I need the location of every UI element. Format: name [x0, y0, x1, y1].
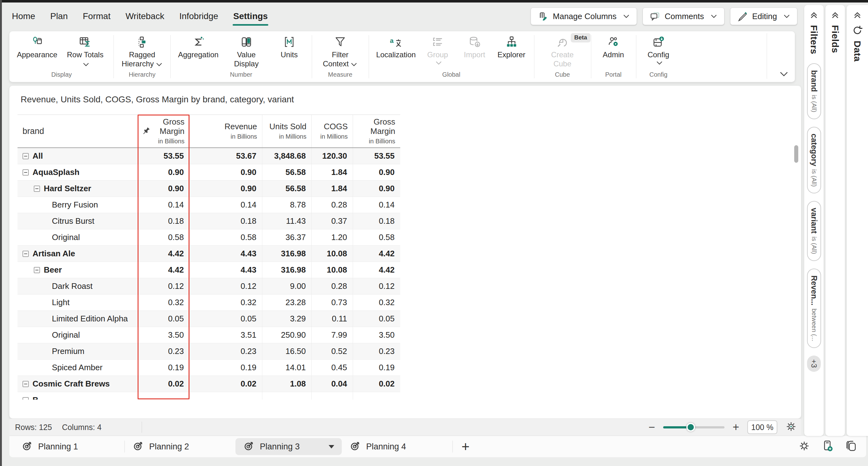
column-header-units-sold[interactable]: Units Soldin Millions — [262, 115, 311, 147]
target-icon — [350, 440, 361, 454]
filter-chip-variant[interactable]: variantis (All) — [807, 201, 821, 261]
sheet-tab-planning-4[interactable]: Planning 4 — [342, 436, 453, 457]
copy-pages-icon[interactable] — [845, 440, 857, 453]
zoom-slider-thumb[interactable] — [686, 423, 695, 432]
table-row: Beer4.424.43316.9810.084.42 — [18, 262, 400, 278]
add-page-icon[interactable] — [822, 440, 834, 453]
ribbon-collapse-button[interactable] — [779, 71, 789, 79]
value-cell: 0.02 — [353, 376, 400, 392]
value-cell: 250.90 — [262, 327, 311, 343]
collapse-fields-icon[interactable] — [831, 10, 840, 21]
value-cell: 0.45 — [311, 359, 353, 376]
filters-panel[interactable]: Filters brandis (All)categoryis (All)var… — [804, 5, 824, 436]
table-settings-gear-icon[interactable] — [785, 421, 797, 433]
vertical-scrollbar-thumb[interactable] — [794, 145, 798, 163]
ribbon-button-label: Ragged Hierarchy — [121, 50, 163, 68]
refresh-data-icon[interactable] — [852, 25, 863, 37]
collapse-filters-icon[interactable] — [809, 10, 818, 21]
row-label-cell: Beer — [18, 262, 137, 278]
data-panel-label[interactable]: Data — [852, 41, 863, 62]
pin-icon[interactable] — [141, 126, 151, 137]
value-cell: 23.28 — [262, 294, 311, 311]
target-icon — [133, 440, 144, 454]
collapse-toggle-icon[interactable] — [23, 381, 29, 387]
ribbon-button-config[interactable]: Config — [641, 34, 676, 65]
collapse-toggle-icon[interactable] — [34, 185, 40, 192]
filter-chip-brand[interactable]: brandis (All) — [807, 63, 821, 119]
chevron-down-icon[interactable] — [329, 445, 334, 448]
menu-item-infobridge[interactable]: Infobridge — [179, 11, 218, 21]
collapse-data-icon[interactable] — [853, 10, 862, 21]
table-row: Artisan Ale4.424.43316.9810.084.42 — [18, 246, 400, 262]
ribbon-button-localization[interactable]: aLocalization — [374, 34, 418, 59]
ribbon-button-admin[interactable]: Admin — [596, 34, 631, 59]
column-header-gross-margin-pinned[interactable]: Gross Marginin Billions — [137, 115, 189, 147]
collapse-toggle-icon[interactable] — [23, 169, 29, 176]
button-comments[interactable]: Comments — [643, 7, 724, 25]
column-header-cogs[interactable]: COGSin Millions — [311, 115, 353, 147]
gear-icon[interactable] — [799, 440, 810, 453]
ribbon-button-group: Group — [420, 34, 455, 65]
column-header-revenue[interactable]: Revenuein Billions — [189, 115, 262, 147]
ribbon-button-ragged-hierarchy[interactable]: Ragged Hierarchy — [119, 34, 165, 68]
ribbon-button-explorer[interactable]: Explorer — [494, 34, 529, 59]
value-cell: 0.90 — [189, 164, 262, 180]
fields-panel[interactable]: Fields — [826, 5, 845, 436]
column-header-gross-margin[interactable]: Gross Marginin Billions — [353, 115, 400, 147]
ribbon-button-row-totals[interactable]: Row Totals — [62, 34, 108, 68]
columns-count-label: Columns: 4 — [62, 423, 101, 432]
row-label: Citrus Burst — [52, 216, 94, 226]
ribbon-button-label: Aggregation — [178, 50, 218, 59]
add-sheet-button[interactable]: + — [462, 439, 470, 455]
data-panel[interactable]: Data — [847, 5, 868, 436]
value-cell: 0.12 — [353, 278, 400, 294]
zoom-level-input[interactable]: 100 % — [747, 420, 777, 434]
value-cell: 14.01 — [262, 359, 311, 376]
collapse-toggle-icon[interactable] — [34, 267, 40, 273]
row-label: All — [33, 151, 43, 161]
pivot-table: brandGross Marginin BillionsRevenuein Bi… — [18, 115, 400, 400]
filter-chip-reven[interactable]: Reven...between (... — [807, 268, 821, 348]
ribbon-button-label: Admin — [603, 50, 624, 59]
explorer-icon — [506, 35, 518, 49]
menu-item-settings[interactable]: Settings — [233, 11, 268, 21]
sheet-tab-planning-3[interactable]: Planning 3 — [236, 438, 342, 455]
button-editing[interactable]: Editing — [730, 7, 798, 25]
menu-item-format[interactable]: Format — [83, 11, 111, 21]
top-action-buttons: Manage ColumnsCommentsEditing — [531, 7, 797, 25]
collapse-toggle-icon[interactable] — [23, 251, 29, 257]
ribbon-button-appearance[interactable]: Appearance — [14, 34, 60, 59]
table-row: Limited Edition Alpha0.050.053.290.110.0… — [18, 311, 400, 327]
value-cell: 8.78 — [262, 197, 311, 213]
app-window: HomePlanFormatWritebackInfobridgeSetting… — [0, 0, 868, 466]
menu-item-writeback[interactable]: Writeback — [125, 11, 164, 21]
svg-text:a: a — [390, 37, 394, 44]
collapse-toggle-icon[interactable] — [23, 153, 29, 159]
button-manage-columns[interactable]: Manage Columns — [531, 7, 637, 25]
sheet-tab-planning-1[interactable]: Planning 1 — [14, 436, 124, 457]
menu-item-plan[interactable]: Plan — [50, 11, 68, 21]
value-cell: 0.05 — [353, 311, 400, 327]
sheet-tab-planning-2[interactable]: Planning 2 — [125, 436, 236, 457]
zoom-out-button[interactable]: − — [649, 421, 655, 433]
filters-panel-label[interactable]: Filters — [809, 25, 819, 54]
value-cell: 53.67 — [189, 148, 262, 164]
column-header-brand[interactable]: brand — [18, 115, 137, 147]
filter-chip-category[interactable]: categoryis (All) — [807, 127, 821, 194]
ribbon-button-units[interactable]: Units — [272, 34, 307, 59]
fields-panel-label[interactable]: Fields — [830, 25, 840, 53]
ribbon-button-aggregation[interactable]: Aggregation — [176, 34, 221, 59]
row-label-cell: B — [18, 392, 137, 400]
value-cell: 1.84 — [311, 164, 353, 180]
menu-item-home[interactable]: Home — [12, 11, 35, 21]
ribbon-group-label: Display — [51, 69, 72, 81]
more-filters-badge[interactable]: +3 — [807, 355, 821, 372]
collapse-toggle-icon[interactable] — [23, 397, 29, 400]
ribbon-button-text: Create Cube — [551, 50, 574, 68]
ribbon-button-filter-context[interactable]: Filter Context — [317, 34, 364, 68]
zoom-slider[interactable] — [663, 426, 724, 429]
zoom-in-button[interactable]: + — [733, 421, 739, 433]
chevron-down-icon — [154, 59, 163, 68]
ribbon-button-value-display[interactable]: Value Display — [223, 34, 270, 68]
value-cell: 3.50 — [137, 327, 189, 343]
